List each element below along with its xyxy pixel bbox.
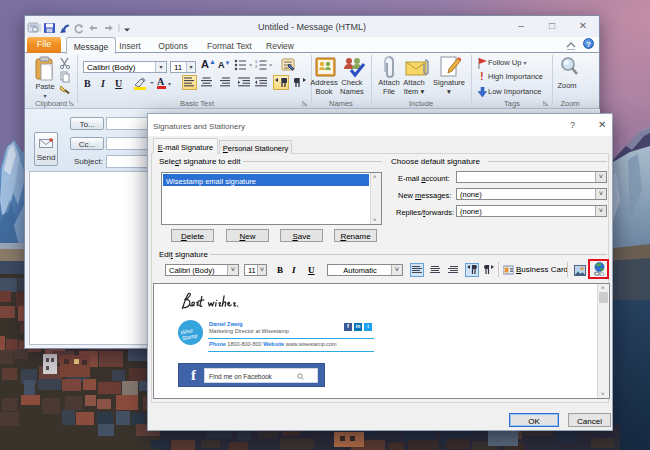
svg-text:2: 2: [255, 64, 258, 69]
